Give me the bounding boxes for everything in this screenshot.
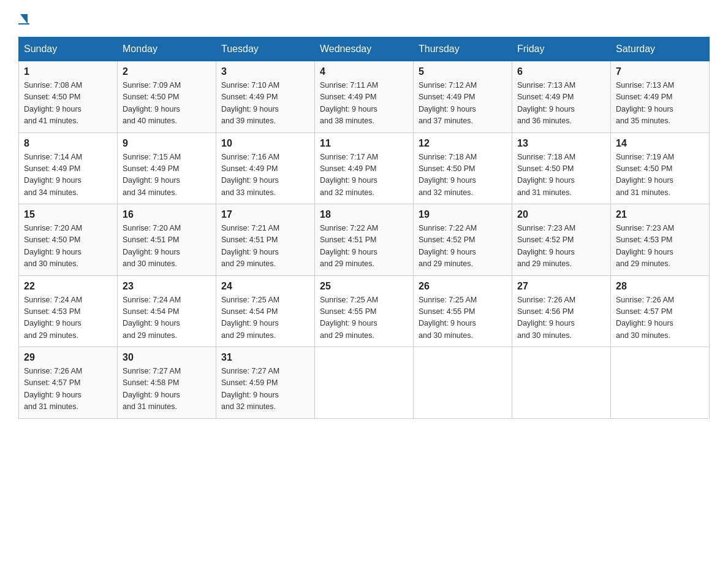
calendar-week-row: 1 Sunrise: 7:08 AMSunset: 4:50 PMDayligh…: [19, 61, 710, 133]
day-info: Sunrise: 7:26 AMSunset: 4:57 PMDaylight:…: [24, 367, 82, 411]
calendar-cell: 4 Sunrise: 7:11 AMSunset: 4:49 PMDayligh…: [315, 61, 414, 133]
day-info: Sunrise: 7:18 AMSunset: 4:50 PMDaylight:…: [419, 153, 477, 197]
day-info: Sunrise: 7:13 AMSunset: 4:49 PMDaylight:…: [517, 81, 575, 125]
day-info: Sunrise: 7:26 AMSunset: 4:57 PMDaylight:…: [616, 296, 674, 340]
day-info: Sunrise: 7:23 AMSunset: 4:53 PMDaylight:…: [616, 224, 674, 268]
calendar-cell: 12 Sunrise: 7:18 AMSunset: 4:50 PMDaylig…: [414, 132, 512, 204]
day-number: 4: [320, 66, 408, 77]
calendar-cell: 17 Sunrise: 7:21 AMSunset: 4:51 PMDaylig…: [216, 204, 315, 276]
calendar-cell: [315, 347, 414, 419]
day-number: 3: [221, 66, 309, 77]
calendar-header-row: SundayMondayTuesdayWednesdayThursdayFrid…: [19, 37, 710, 61]
header-saturday: Saturday: [611, 37, 710, 61]
day-info: Sunrise: 7:18 AMSunset: 4:50 PMDaylight:…: [517, 153, 575, 197]
day-info: Sunrise: 7:24 AMSunset: 4:53 PMDaylight:…: [24, 296, 82, 340]
calendar-table: SundayMondayTuesdayWednesdayThursdayFrid…: [18, 37, 710, 419]
day-info: Sunrise: 7:26 AMSunset: 4:56 PMDaylight:…: [517, 296, 575, 340]
calendar-cell: 10 Sunrise: 7:16 AMSunset: 4:49 PMDaylig…: [216, 132, 315, 204]
day-number: 6: [517, 66, 605, 77]
calendar-cell: 3 Sunrise: 7:10 AMSunset: 4:49 PMDayligh…: [216, 61, 315, 133]
header-wednesday: Wednesday: [315, 37, 414, 61]
header-monday: Monday: [118, 37, 216, 61]
day-info: Sunrise: 7:16 AMSunset: 4:49 PMDaylight:…: [221, 153, 279, 197]
day-number: 31: [221, 352, 309, 363]
header-tuesday: Tuesday: [216, 37, 315, 61]
calendar-week-row: 22 Sunrise: 7:24 AMSunset: 4:53 PMDaylig…: [19, 275, 710, 347]
day-info: Sunrise: 7:25 AMSunset: 4:54 PMDaylight:…: [221, 296, 279, 340]
day-number: 10: [221, 138, 309, 149]
day-number: 28: [616, 281, 704, 292]
calendar-cell: [611, 347, 710, 419]
calendar-cell: 31 Sunrise: 7:27 AMSunset: 4:59 PMDaylig…: [216, 347, 315, 419]
day-number: 11: [320, 138, 408, 149]
day-info: Sunrise: 7:12 AMSunset: 4:49 PMDaylight:…: [419, 81, 477, 125]
calendar-cell: 29 Sunrise: 7:26 AMSunset: 4:57 PMDaylig…: [19, 347, 118, 419]
calendar-cell: 2 Sunrise: 7:09 AMSunset: 4:50 PMDayligh…: [118, 61, 216, 133]
day-info: Sunrise: 7:22 AMSunset: 4:51 PMDaylight:…: [320, 224, 378, 268]
day-number: 21: [616, 209, 704, 220]
day-info: Sunrise: 7:10 AMSunset: 4:49 PMDaylight:…: [221, 81, 279, 125]
calendar-cell: 15 Sunrise: 7:20 AMSunset: 4:50 PMDaylig…: [19, 204, 118, 276]
day-info: Sunrise: 7:15 AMSunset: 4:49 PMDaylight:…: [123, 153, 181, 197]
calendar-cell: 13 Sunrise: 7:18 AMSunset: 4:50 PMDaylig…: [512, 132, 611, 204]
header-sunday: Sunday: [19, 37, 118, 61]
day-number: 22: [24, 281, 112, 292]
day-info: Sunrise: 7:21 AMSunset: 4:51 PMDaylight:…: [221, 224, 279, 268]
logo-arrow-icon: [20, 14, 28, 24]
day-info: Sunrise: 7:23 AMSunset: 4:52 PMDaylight:…: [517, 224, 575, 268]
calendar-cell: 11 Sunrise: 7:17 AMSunset: 4:49 PMDaylig…: [315, 132, 414, 204]
day-number: 1: [24, 66, 112, 77]
calendar-cell: 27 Sunrise: 7:26 AMSunset: 4:56 PMDaylig…: [512, 275, 611, 347]
page-header: [18, 12, 710, 25]
calendar-cell: 18 Sunrise: 7:22 AMSunset: 4:51 PMDaylig…: [315, 204, 414, 276]
calendar-cell: [414, 347, 512, 419]
calendar-week-row: 15 Sunrise: 7:20 AMSunset: 4:50 PMDaylig…: [19, 204, 710, 276]
calendar-cell: 1 Sunrise: 7:08 AMSunset: 4:50 PMDayligh…: [19, 61, 118, 133]
day-number: 26: [419, 281, 507, 292]
day-number: 14: [616, 138, 704, 149]
calendar-cell: 6 Sunrise: 7:13 AMSunset: 4:49 PMDayligh…: [512, 61, 611, 133]
calendar-cell: 14 Sunrise: 7:19 AMSunset: 4:50 PMDaylig…: [611, 132, 710, 204]
day-number: 15: [24, 209, 112, 220]
day-info: Sunrise: 7:13 AMSunset: 4:49 PMDaylight:…: [616, 81, 674, 125]
calendar-cell: 25 Sunrise: 7:25 AMSunset: 4:55 PMDaylig…: [315, 275, 414, 347]
calendar-cell: 16 Sunrise: 7:20 AMSunset: 4:51 PMDaylig…: [118, 204, 216, 276]
day-info: Sunrise: 7:17 AMSunset: 4:49 PMDaylight:…: [320, 153, 378, 197]
day-number: 7: [616, 66, 704, 77]
day-info: Sunrise: 7:22 AMSunset: 4:52 PMDaylight:…: [419, 224, 477, 268]
calendar-cell: 24 Sunrise: 7:25 AMSunset: 4:54 PMDaylig…: [216, 275, 315, 347]
day-number: 25: [320, 281, 408, 292]
day-number: 8: [24, 138, 112, 149]
day-info: Sunrise: 7:19 AMSunset: 4:50 PMDaylight:…: [616, 153, 674, 197]
calendar-cell: 21 Sunrise: 7:23 AMSunset: 4:53 PMDaylig…: [611, 204, 710, 276]
day-number: 2: [123, 66, 211, 77]
calendar-cell: 26 Sunrise: 7:25 AMSunset: 4:55 PMDaylig…: [414, 275, 512, 347]
calendar-cell: 19 Sunrise: 7:22 AMSunset: 4:52 PMDaylig…: [414, 204, 512, 276]
day-info: Sunrise: 7:25 AMSunset: 4:55 PMDaylight:…: [419, 296, 477, 340]
calendar-cell: [512, 347, 611, 419]
day-info: Sunrise: 7:09 AMSunset: 4:50 PMDaylight:…: [123, 81, 181, 125]
calendar-cell: 23 Sunrise: 7:24 AMSunset: 4:54 PMDaylig…: [118, 275, 216, 347]
calendar-cell: 28 Sunrise: 7:26 AMSunset: 4:57 PMDaylig…: [611, 275, 710, 347]
logo: [18, 12, 29, 25]
header-friday: Friday: [512, 37, 611, 61]
calendar-cell: 30 Sunrise: 7:27 AMSunset: 4:58 PMDaylig…: [118, 347, 216, 419]
calendar-week-row: 29 Sunrise: 7:26 AMSunset: 4:57 PMDaylig…: [19, 347, 710, 419]
day-number: 27: [517, 281, 605, 292]
day-number: 30: [123, 352, 211, 363]
day-number: 9: [123, 138, 211, 149]
day-number: 18: [320, 209, 408, 220]
day-number: 19: [419, 209, 507, 220]
day-number: 23: [123, 281, 211, 292]
day-number: 5: [419, 66, 507, 77]
day-info: Sunrise: 7:27 AMSunset: 4:58 PMDaylight:…: [123, 367, 181, 411]
day-number: 29: [24, 352, 112, 363]
day-number: 17: [221, 209, 309, 220]
header-thursday: Thursday: [414, 37, 512, 61]
day-number: 16: [123, 209, 211, 220]
calendar-cell: 8 Sunrise: 7:14 AMSunset: 4:49 PMDayligh…: [19, 132, 118, 204]
calendar-cell: 22 Sunrise: 7:24 AMSunset: 4:53 PMDaylig…: [19, 275, 118, 347]
day-info: Sunrise: 7:27 AMSunset: 4:59 PMDaylight:…: [221, 367, 279, 411]
day-number: 12: [419, 138, 507, 149]
day-number: 20: [517, 209, 605, 220]
